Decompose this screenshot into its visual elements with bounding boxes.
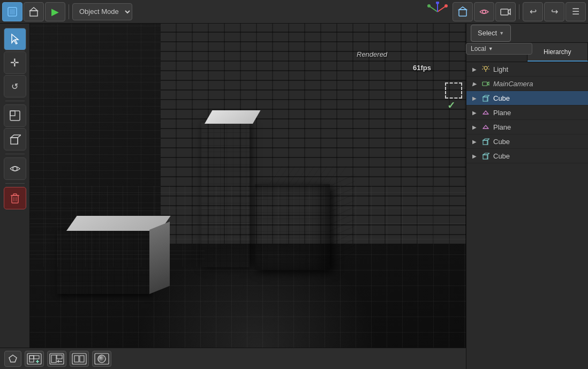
modifier-btn[interactable] — [47, 351, 66, 367]
redo-icon[interactable]: ↪ — [544, 2, 564, 21]
cube2-label: Cube — [493, 138, 510, 146]
svg-point-21 — [13, 167, 17, 171]
select-box-indicator — [445, 82, 462, 99]
hierarchy-item-cube1[interactable]: ▶ Cube — [466, 91, 588, 106]
plane2-label: Plane — [493, 123, 511, 131]
camera-label: MainCamera — [493, 80, 533, 88]
item-arrow: ▶ — [471, 94, 478, 102]
svg-marker-48 — [483, 153, 489, 155]
viewport[interactable]: Rendered 61fps ✓ — [30, 24, 466, 348]
play-icon[interactable]: ▶ — [45, 2, 65, 21]
svg-marker-42 — [483, 125, 488, 129]
bottom-toolbar — [0, 348, 466, 369]
add-object-btn[interactable] — [25, 351, 44, 367]
mode-dropdown[interactable]: Object Mode — [72, 3, 132, 20]
svg-rect-22 — [12, 195, 18, 203]
view-tool[interactable] — [4, 157, 26, 180]
cube-icon-1 — [481, 94, 490, 102]
svg-rect-10 — [459, 10, 466, 16]
svg-point-8 — [427, 4, 431, 7]
separator-1 — [69, 4, 69, 19]
svg-rect-53 — [29, 356, 34, 359]
item-arrow: ▶ — [471, 152, 478, 160]
svg-marker-3 — [30, 7, 37, 11]
svg-marker-15 — [12, 34, 18, 44]
tool-separator-3 — [5, 183, 25, 184]
svg-point-67 — [98, 355, 105, 363]
svg-rect-13 — [501, 9, 508, 15]
fps-counter: 61fps — [413, 64, 431, 72]
svg-marker-40 — [483, 111, 488, 114]
polygon-btn[interactable] — [4, 351, 21, 367]
hierarchy-item-camera[interactable]: ▶ MainCamera — [466, 77, 588, 91]
svg-rect-35 — [483, 82, 487, 86]
copy-btn[interactable] — [70, 351, 89, 367]
separator-2 — [519, 4, 519, 19]
item-arrow: ▶ — [471, 65, 478, 73]
svg-line-32 — [488, 66, 489, 67]
light-label: Light — [493, 65, 508, 73]
layers-tool[interactable] — [4, 104, 26, 127]
panel-select-area: Select — [466, 24, 588, 43]
svg-rect-17 — [10, 111, 15, 116]
local-button[interactable]: Local ▼ — [466, 43, 532, 55]
plane-icon-1 — [481, 108, 490, 117]
svg-marker-19 — [11, 135, 21, 138]
svg-marker-50 — [9, 355, 17, 362]
right-panel: Hierarchy ▶ Light ▶ — [466, 43, 588, 369]
scene-icon[interactable] — [2, 2, 22, 21]
item-arrow: ▶ — [471, 138, 478, 145]
menu-icon[interactable]: ☰ — [566, 2, 586, 21]
tall-plane — [201, 123, 250, 267]
select-tool[interactable] — [4, 28, 26, 50]
cube1-label: Cube — [493, 94, 510, 102]
hierarchy-item-plane2[interactable]: ▶ Plane — [466, 120, 588, 134]
svg-rect-58 — [51, 355, 56, 363]
cube-tool[interactable] — [4, 128, 26, 150]
object-mode-icon[interactable] — [453, 2, 473, 21]
check-mark: ✓ — [447, 100, 455, 111]
camera-icon — [481, 79, 490, 88]
hierarchy-item-light[interactable]: ▶ Light — [466, 62, 588, 77]
svg-marker-38 — [483, 95, 489, 97]
hierarchy-item-cube3[interactable]: ▶ Cube — [466, 149, 588, 163]
hierarchy-item-plane1[interactable]: ▶ Plane — [466, 106, 588, 120]
center-cube-right — [329, 172, 355, 270]
plane1-label: Plane — [493, 109, 511, 117]
svg-marker-45 — [483, 139, 489, 140]
svg-rect-1 — [10, 9, 15, 14]
delete-tool[interactable] — [4, 187, 26, 209]
item-arrow: ▶ — [471, 123, 478, 131]
select-button[interactable]: Select — [471, 25, 511, 42]
center-cube — [255, 184, 330, 270]
item-arrow: ▶ — [471, 80, 478, 87]
tab-hierarchy[interactable]: Hierarchy — [527, 43, 589, 62]
svg-rect-18 — [11, 138, 18, 144]
svg-rect-54 — [34, 356, 39, 359]
svg-point-12 — [483, 10, 486, 13]
small-cube-left — [57, 230, 150, 294]
hierarchy-item-cube2[interactable]: ▶ Cube — [466, 134, 588, 149]
cube-icon-3 — [481, 152, 490, 160]
object-icon[interactable] — [24, 2, 44, 21]
tall-plane-top — [205, 110, 260, 124]
scene-background: Rendered 61fps ✓ — [30, 24, 466, 348]
cube-icon-2 — [481, 137, 490, 146]
undo-icon[interactable]: ↩ — [523, 2, 543, 21]
material-btn[interactable] — [92, 351, 111, 367]
svg-rect-59 — [57, 355, 62, 359]
svg-rect-64 — [80, 356, 84, 362]
transform-gizmo — [426, 2, 449, 22]
move-tool[interactable]: ✛ — [4, 51, 26, 74]
rotate-tool[interactable]: ↺ — [4, 75, 26, 97]
camera-mode-icon[interactable] — [495, 2, 516, 21]
eye-mode-icon[interactable] — [474, 2, 494, 21]
cube3-label: Cube — [493, 152, 510, 160]
plane-icon-2 — [481, 123, 490, 131]
svg-rect-63 — [74, 356, 79, 362]
left-sidebar: ✛ ↺ — [0, 24, 30, 369]
svg-marker-11 — [459, 7, 466, 10]
tool-separator-2 — [5, 154, 25, 154]
svg-point-7 — [444, 4, 448, 7]
item-arrow: ▶ — [471, 109, 478, 116]
